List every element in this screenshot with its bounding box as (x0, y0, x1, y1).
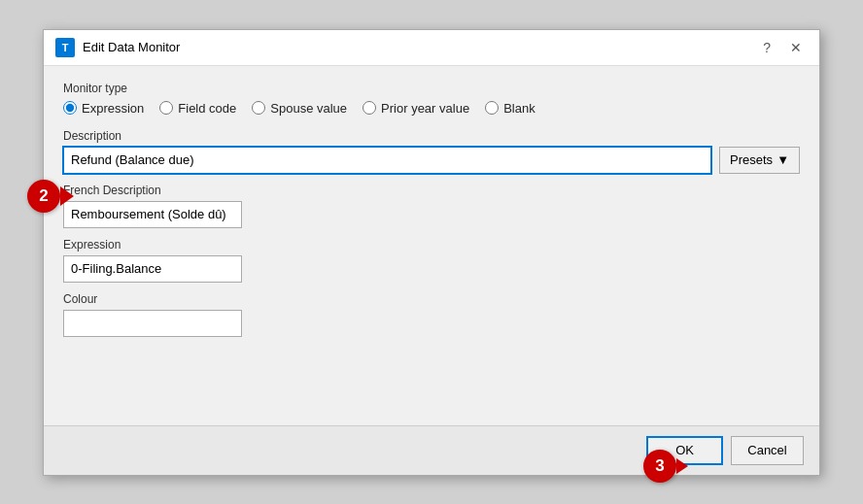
expression-label: Expression (63, 238, 800, 252)
step-badge-3: 3 (643, 450, 688, 483)
title-bar: T Edit Data Monitor ? ✕ (44, 30, 819, 66)
colour-label: Colour (63, 292, 800, 306)
monitor-type-label: Monitor type (63, 82, 800, 95)
presets-dropdown-icon: ▼ (777, 152, 789, 167)
radio-prior-year-input[interactable] (362, 101, 376, 115)
radio-spouse-value[interactable]: Spouse value (252, 101, 347, 116)
badge-3-arrow (676, 458, 688, 474)
french-description-input[interactable] (63, 201, 242, 228)
monitor-type-group: Monitor type Expression Field code Spous… (63, 82, 800, 116)
radio-field-code-label: Field code (178, 101, 236, 116)
radio-spouse-value-label: Spouse value (270, 101, 347, 116)
radio-spouse-value-input[interactable] (252, 101, 265, 115)
help-button[interactable]: ? (757, 38, 777, 57)
monitor-type-radio-group: Expression Field code Spouse value Prior… (63, 101, 800, 116)
radio-prior-year[interactable]: Prior year value (362, 101, 469, 116)
dialog-content: Monitor type Expression Field code Spous… (44, 66, 819, 425)
radio-blank-input[interactable] (485, 101, 499, 115)
badge-2-arrow (60, 186, 74, 206)
description-label: Description (63, 129, 800, 143)
app-icon: T (55, 38, 75, 57)
colour-group: Colour (63, 292, 800, 337)
description-row: Presets ▼ (63, 147, 800, 174)
dialog-title: Edit Data Monitor (83, 40, 749, 54)
radio-expression-input[interactable] (63, 101, 77, 115)
radio-blank[interactable]: Blank (485, 101, 535, 116)
cancel-button[interactable]: Cancel (731, 436, 804, 465)
badge-3-circle: 3 (643, 450, 676, 483)
step-badge-2: 2 (27, 180, 74, 213)
radio-expression-label: Expression (82, 101, 144, 116)
description-input[interactable] (63, 147, 711, 174)
expression-group: Expression (63, 238, 800, 283)
presets-label: Presets (730, 152, 773, 167)
radio-expression[interactable]: Expression (63, 101, 144, 116)
presets-button[interactable]: Presets ▼ (719, 147, 800, 174)
dialog-footer: OK Cancel (44, 425, 819, 475)
colour-input[interactable] (63, 310, 242, 337)
badge-2-circle: 2 (27, 180, 60, 213)
title-controls: ? ✕ (757, 38, 808, 57)
edit-data-monitor-dialog: T Edit Data Monitor ? ✕ Monitor type Exp… (43, 29, 820, 476)
french-description-label: French Description (63, 184, 800, 197)
close-button[interactable]: ✕ (784, 38, 808, 57)
radio-blank-label: Blank (503, 101, 535, 116)
description-group: Description Presets ▼ (63, 129, 800, 174)
radio-field-code-input[interactable] (159, 101, 173, 115)
radio-field-code[interactable]: Field code (159, 101, 236, 116)
page-wrapper: 2 T Edit Data Monitor ? ✕ Monitor type (0, 0, 863, 504)
radio-prior-year-label: Prior year value (381, 101, 469, 116)
expression-input[interactable] (63, 255, 242, 283)
french-description-group: French Description (63, 184, 800, 228)
